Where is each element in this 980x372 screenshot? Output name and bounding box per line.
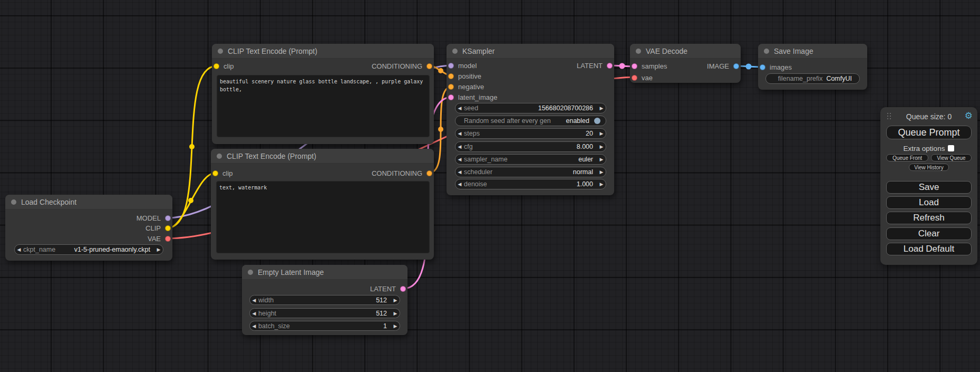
widget-ckpt-name[interactable]: ◀ ckpt_name v1-5-pruned-emaonly.ckpt ▶ <box>14 244 163 255</box>
input-port-model[interactable] <box>448 63 454 69</box>
input-port-clip[interactable] <box>214 63 219 69</box>
node-title: Load Checkpoint <box>21 198 76 206</box>
collapse-dot-icon[interactable] <box>764 49 769 54</box>
collapse-dot-icon[interactable] <box>452 49 458 54</box>
increment-arrow-icon[interactable]: ▶ <box>391 298 400 303</box>
node-empty-latent-image[interactable]: Empty Latent Image LATENT ◀ width 512 ▶ … <box>242 265 407 335</box>
increment-arrow-icon[interactable]: ▶ <box>597 182 606 187</box>
input-port-samples[interactable] <box>632 63 637 69</box>
collapse-dot-icon[interactable] <box>218 49 223 54</box>
increment-arrow-icon[interactable]: ▶ <box>391 323 400 329</box>
decrement-arrow-icon[interactable]: ◀ <box>250 298 258 303</box>
node-title-bar[interactable]: Save Image <box>758 44 867 59</box>
output-port-clip[interactable] <box>165 225 171 231</box>
increment-arrow-icon[interactable]: ▶ <box>597 106 606 111</box>
load-button[interactable]: Load <box>886 196 972 209</box>
output-port-conditioning[interactable] <box>426 63 432 69</box>
input-port-clip[interactable] <box>212 170 218 176</box>
prompt-textarea[interactable]: beautiful scenery nature glass bottle la… <box>217 75 430 137</box>
queue-prompt-button[interactable]: Queue Prompt <box>886 126 972 139</box>
node-title-bar[interactable]: Load Checkpoint <box>5 195 172 209</box>
output-label-latent: LATENT <box>370 285 396 293</box>
node-title-bar[interactable]: CLIP Text Encode (Prompt) <box>212 44 434 59</box>
node-vae-decode[interactable]: VAE Decode samples IMAGE vae <box>630 44 741 83</box>
decrement-arrow-icon[interactable]: ◀ <box>250 323 258 329</box>
widget-random-seed[interactable]: Random seed after every gen enabled <box>455 116 606 126</box>
load-default-button[interactable]: Load Default <box>886 243 972 255</box>
widget-name: ckpt_name <box>23 246 74 253</box>
widget-width[interactable]: ◀ width 512 ▶ <box>249 295 400 305</box>
output-port-vae[interactable] <box>165 236 171 242</box>
increment-arrow-icon[interactable]: ▶ <box>597 131 606 136</box>
decrement-arrow-icon[interactable]: ◀ <box>455 131 464 136</box>
widget-name: sampler_name <box>464 156 578 163</box>
node-title: Save Image <box>774 47 813 55</box>
widget-sampler-name[interactable]: ◀ sampler_name euler ▶ <box>455 154 606 165</box>
collapse-dot-icon[interactable] <box>636 49 641 54</box>
node-title-bar[interactable]: VAE Decode <box>630 44 741 59</box>
output-port-model[interactable] <box>165 215 171 221</box>
widget-batch-size[interactable]: ◀ batch_size 1 ▶ <box>249 321 400 331</box>
output-port-latent[interactable] <box>400 286 406 292</box>
toggle-dot[interactable] <box>594 118 600 124</box>
clear-button[interactable]: Clear <box>886 227 972 240</box>
widget-height[interactable]: ◀ height 512 ▶ <box>249 308 400 318</box>
input-port-negative[interactable] <box>448 84 454 90</box>
input-label-samples: samples <box>642 62 667 70</box>
increment-arrow-icon[interactable]: ▶ <box>597 169 606 175</box>
node-save-image[interactable]: Save Image images filename_prefix ComfyU… <box>758 44 867 90</box>
output-label-conditioning: CONDITIONING <box>372 62 422 70</box>
widget-value: enabled <box>566 117 592 125</box>
output-label-image: IMAGE <box>707 62 729 70</box>
output-port-conditioning[interactable] <box>426 170 432 176</box>
decrement-arrow-icon[interactable]: ◀ <box>455 144 464 149</box>
widget-seed[interactable]: ◀ seed 156680208700286 ▶ <box>455 103 606 113</box>
collapse-dot-icon[interactable] <box>11 199 16 205</box>
input-port-latent-image[interactable] <box>448 94 454 100</box>
input-port-images[interactable] <box>760 64 765 70</box>
output-port-latent[interactable] <box>607 63 613 69</box>
decrement-arrow-icon[interactable]: ◀ <box>455 157 464 162</box>
widget-scheduler[interactable]: ◀ scheduler normal ▶ <box>455 167 606 177</box>
view-queue-button[interactable]: View Queue <box>931 154 972 161</box>
decrement-arrow-icon[interactable]: ◀ <box>455 106 464 111</box>
extra-options-checkbox[interactable] <box>948 145 954 151</box>
input-port-vae[interactable] <box>632 75 637 81</box>
widget-filename-prefix[interactable]: filename_prefix ComfyUI <box>765 73 860 84</box>
input-label-latent-image: latent_image <box>458 93 497 101</box>
node-load-checkpoint[interactable]: Load Checkpoint MODEL CLIP VAE ◀ ckpt_na… <box>5 195 172 261</box>
output-port-image[interactable] <box>733 63 739 69</box>
node-clip-text-encode-negative[interactable]: CLIP Text Encode (Prompt) clip CONDITION… <box>211 149 434 260</box>
wire-midpoint-dot <box>438 127 443 132</box>
refresh-button[interactable]: Refresh <box>886 212 972 224</box>
node-title-bar[interactable]: Empty Latent Image <box>242 265 407 280</box>
input-label-positive: positive <box>458 72 481 80</box>
widget-value: 512 <box>376 297 391 304</box>
widget-name: batch_size <box>258 322 383 330</box>
increment-arrow-icon[interactable]: ▶ <box>597 157 606 162</box>
view-history-button[interactable]: View History <box>909 164 949 171</box>
decrement-arrow-icon[interactable]: ◀ <box>455 182 464 187</box>
gear-icon[interactable]: ⚙ <box>965 110 973 121</box>
collapse-dot-icon[interactable] <box>248 270 253 275</box>
decrement-arrow-icon[interactable]: ◀ <box>250 311 258 316</box>
input-port-positive[interactable] <box>448 73 454 79</box>
collapse-dot-icon[interactable] <box>217 154 222 159</box>
output-label-clip: CLIP <box>145 224 161 232</box>
increment-arrow-icon[interactable]: ▶ <box>391 311 400 316</box>
node-ksampler[interactable]: KSampler model LATENT positive negative … <box>447 44 614 195</box>
decrement-arrow-icon[interactable]: ◀ <box>15 247 23 252</box>
decrement-arrow-icon[interactable]: ◀ <box>455 169 464 175</box>
widget-steps[interactable]: ◀ steps 20 ▶ <box>455 128 606 139</box>
save-button[interactable]: Save <box>886 181 972 194</box>
queue-front-button[interactable]: Queue Front <box>886 154 928 161</box>
increment-arrow-icon[interactable]: ▶ <box>154 247 163 252</box>
prompt-textarea[interactable]: text, watermark <box>216 181 430 253</box>
node-title-bar[interactable]: KSampler <box>447 44 614 59</box>
node-graph-canvas[interactable]: Load Checkpoint MODEL CLIP VAE ◀ ckpt_na… <box>0 0 980 372</box>
widget-cfg[interactable]: ◀ cfg 8.000 ▶ <box>455 141 606 152</box>
node-title-bar[interactable]: CLIP Text Encode (Prompt) <box>211 149 434 164</box>
increment-arrow-icon[interactable]: ▶ <box>597 144 606 149</box>
widget-denoise[interactable]: ◀ denoise 1.000 ▶ <box>455 179 606 189</box>
node-clip-text-encode-positive[interactable]: CLIP Text Encode (Prompt) clip CONDITION… <box>212 44 434 144</box>
